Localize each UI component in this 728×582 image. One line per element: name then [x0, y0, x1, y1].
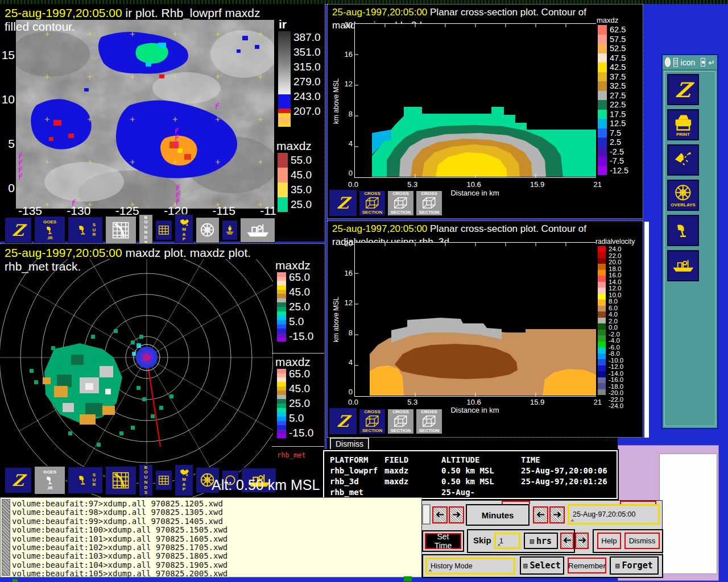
colorbar-segment [277, 386, 286, 391]
satellite-image[interactable] [16, 20, 274, 209]
terminal-cursor [13, 579, 18, 582]
list-item: volume:beaufait:98>xdump.all 970825.1305… [12, 508, 419, 517]
remember-button[interactable]: Remember [568, 558, 606, 573]
skip-increment-button[interactable] [575, 533, 589, 549]
list-item: 0 [340, 169, 353, 177]
colorbar-segment [598, 138, 607, 147]
map-button[interactable]: MAP [175, 214, 193, 246]
colorbar-segment [598, 311, 606, 317]
skip-decrement-button[interactable] [560, 533, 574, 549]
range-rings [0, 259, 273, 498]
colorbar-tick: 62.5 [610, 25, 628, 35]
ship-button[interactable] [240, 218, 275, 243]
radar-ppi-display[interactable] [0, 259, 273, 498]
colorbar-segment [277, 307, 286, 311]
minutes-button[interactable]: Minutes [482, 510, 514, 520]
select-button[interactable]: Select [520, 556, 564, 575]
colorbar-tick: 25.0 [291, 197, 312, 212]
iconify-icon[interactable] [701, 58, 705, 66]
time-step-back-button[interactable] [432, 506, 448, 523]
ship-button[interactable] [667, 250, 699, 281]
colorbar-segment [278, 197, 288, 212]
ship-track-line [147, 357, 160, 447]
cross-section-button-3[interactable]: CROSSSECTION [416, 409, 442, 434]
colorbar-tick: -2.5 [610, 147, 628, 157]
help-button[interactable]: Help [597, 533, 621, 549]
bounds-button[interactable]: BOUNDS [139, 214, 153, 246]
list-item: 0.0 [348, 398, 358, 406]
grid-radar-button[interactable] [105, 216, 136, 245]
overlays-button[interactable]: OVERLAYS [667, 180, 699, 211]
colorbar-segment [277, 281, 286, 285]
dismiss-strip [327, 438, 618, 450]
radar-dish-button[interactable] [667, 215, 699, 246]
dismiss-button[interactable]: Dismiss [330, 438, 369, 450]
cross-section-button-3[interactable]: CROSSSECTION [416, 190, 442, 216]
colorbar-tick: -12.5 [610, 166, 628, 176]
colorbar-segment [598, 166, 607, 176]
colorbar-tick: 4.0 [609, 311, 623, 318]
colorbar-divider [272, 353, 324, 354]
overlay-wheel-button[interactable] [196, 217, 220, 243]
buoy-button[interactable] [222, 220, 238, 240]
window-edge-strip [644, 222, 649, 438]
hours-unit-button[interactable]: hrs [524, 533, 558, 549]
x-axis-ticks: 0.05.310.615.921 [348, 180, 602, 189]
colorbar-segment [598, 300, 606, 305]
colorbar-segment [598, 25, 607, 35]
colorbar-tick: 42.5 [610, 63, 628, 72]
goes-ir-button[interactable]: GOES.IR [34, 216, 65, 244]
forget-button[interactable]: Forget [610, 556, 659, 575]
history-mode-field[interactable]: History Mode [425, 558, 515, 575]
colorbar-title: maxdz [275, 355, 311, 369]
colorbar-segment [277, 425, 286, 430]
zeb-logo-button[interactable]: Z [5, 217, 32, 243]
skip-value: 1 [499, 537, 503, 545]
y-axis-label: km above MSL [332, 271, 340, 368]
colorbar-segment [598, 119, 607, 128]
bounds-button[interactable]: BOUNDS [139, 464, 153, 496]
time-step-forward-button[interactable] [449, 506, 464, 523]
colorbar-segment [277, 373, 286, 378]
colorbar-tick: 5.0 [289, 412, 313, 425]
skip-input-field[interactable]: 1 [494, 533, 520, 549]
colorbar-segment [277, 311, 286, 316]
colorbar-tick: 0.0 [609, 325, 623, 331]
colorbar-segment [277, 285, 286, 290]
cross-section-button-2[interactable]: CROSSSECTION [387, 190, 414, 216]
sur-radar-button[interactable]: SUR [68, 217, 103, 244]
window-menu-icon[interactable] [665, 57, 671, 67]
colorbar-tick: 8.0 [609, 298, 623, 305]
subgrid-button[interactable] [155, 470, 172, 490]
time-step-back-button-2[interactable] [533, 506, 548, 523]
satellite-panel: 25-aug-1997,20:05:00 ir plot. Rhb_lowprf… [0, 4, 325, 242]
sur-radar-button[interactable]: SUR [68, 467, 103, 494]
restore-icon[interactable]: ↵ [708, 58, 715, 67]
map-button[interactable]: MAP [175, 464, 193, 496]
zeb-logo-button[interactable]: Z [5, 467, 32, 493]
satellite-button[interactable] [667, 144, 699, 176]
time-input-field[interactable]: 25-Aug-97,20:05:00 [568, 504, 660, 525]
cross-section-button-1[interactable]: CROSSSECTION [359, 409, 386, 434]
cross-section-button-2[interactable]: CROSSSECTION [387, 409, 414, 434]
cross-section-button-1[interactable]: CROSSSECTION [359, 190, 386, 216]
print-button[interactable]: PRINT [667, 109, 699, 140]
zeb-logo-button[interactable]: Z [329, 408, 357, 435]
zeb-logo-button[interactable]: Z [667, 74, 699, 105]
colorbar-segment [598, 318, 606, 323]
goes-ir-button[interactable]: GOES.IR [34, 466, 65, 494]
zeb-logo-button[interactable]: Z [329, 189, 357, 217]
list-item: 5.3 [407, 398, 417, 406]
set-time-button[interactable]: Set Time [425, 533, 461, 549]
contour-plot[interactable] [354, 242, 596, 397]
time-step-forward-button-2[interactable] [549, 506, 565, 523]
contour-plot[interactable] [354, 23, 596, 178]
colorbar-tick: 5.0 [289, 315, 313, 328]
colorbar-segment [598, 81, 607, 91]
terminal-scrollbar[interactable] [2, 499, 10, 576]
subgrid-button[interactable] [155, 220, 172, 240]
colorbar-segment [598, 354, 606, 359]
grid-radar-button[interactable] [105, 466, 136, 495]
dialog-dismiss-button[interactable]: Dismiss [624, 533, 660, 549]
colorbar-segment [598, 347, 606, 353]
